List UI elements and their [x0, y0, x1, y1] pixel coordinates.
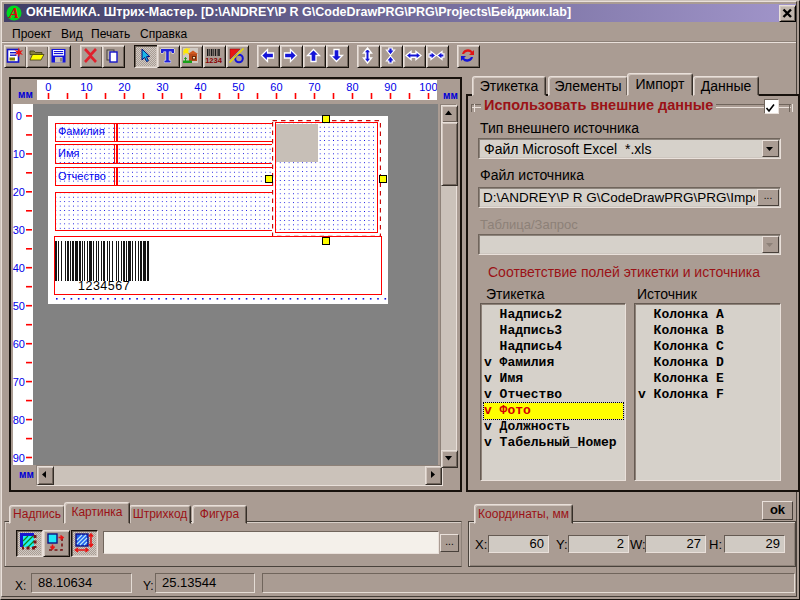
svg-text:100: 100: [419, 81, 437, 93]
svg-text:50: 50: [232, 81, 244, 93]
svg-text:1234: 1234: [205, 56, 222, 65]
svg-text:90: 90: [384, 81, 396, 93]
svg-text:80: 80: [13, 414, 25, 426]
svg-text:80: 80: [346, 81, 358, 93]
svg-text:70: 70: [308, 81, 320, 93]
svg-text:60: 60: [270, 81, 282, 93]
svg-text:A: A: [8, 5, 19, 21]
svg-text:0: 0: [16, 110, 22, 122]
svg-text:0: 0: [45, 81, 51, 93]
svg-text:20: 20: [13, 186, 25, 198]
svg-text:20: 20: [118, 81, 130, 93]
svg-text:50: 50: [13, 300, 25, 312]
svg-text:30: 30: [13, 224, 25, 236]
svg-text:30: 30: [156, 81, 168, 93]
svg-text:70: 70: [13, 376, 25, 388]
svg-text:10: 10: [13, 148, 25, 160]
svg-text:60: 60: [13, 338, 25, 350]
svg-text:90: 90: [13, 452, 25, 464]
svg-text:40: 40: [194, 81, 206, 93]
svg-text:10: 10: [80, 81, 92, 93]
svg-text:40: 40: [13, 262, 25, 274]
